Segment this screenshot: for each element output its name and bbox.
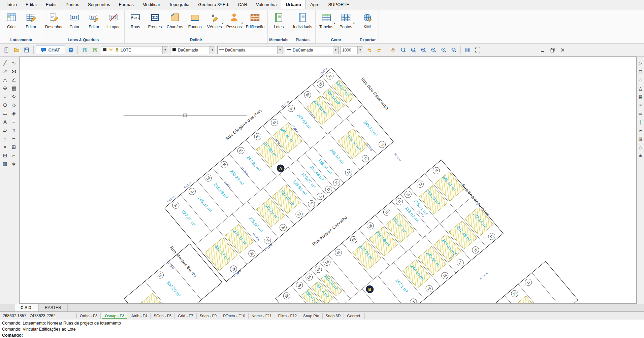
command-area[interactable]: Comando: Loteamento: Nomear Ruas de proj… <box>0 320 644 338</box>
linetype-combo[interactable]: DaCamada▼ <box>217 46 283 54</box>
tool-diamond-icon[interactable]: ◇ <box>9 101 18 109</box>
status-toggle-atrib-f4[interactable]: Atrib - F4 <box>128 313 151 319</box>
menu-tab-volumetria[interactable]: Volumetria <box>252 0 281 9</box>
undo-button[interactable] <box>364 45 374 55</box>
layer-manager[interactable] <box>80 45 89 55</box>
status-toggle-georref[interactable]: Georref. <box>344 313 364 319</box>
right-tool-triangle-icon[interactable]: △ <box>638 85 644 91</box>
zoom-window[interactable] <box>409 45 418 55</box>
tool-trim-icon[interactable]: ⊟ <box>1 151 9 160</box>
window-close[interactable] <box>558 45 567 55</box>
chevron-down-icon[interactable]: ▼ <box>241 22 244 25</box>
ribbon-button-criar[interactable]: Criar <box>2 11 21 34</box>
menu-tab-in-cio[interactable]: Início <box>2 0 21 9</box>
menu-tab-car[interactable]: CAR <box>234 0 252 9</box>
lineweight-combo[interactable]: DaCamada▼ <box>285 46 339 54</box>
scale-combo[interactable]: 1000▼ <box>341 46 363 54</box>
pan-button[interactable] <box>388 45 398 55</box>
tab-raster[interactable]: RASTER <box>39 304 68 311</box>
new-file[interactable] <box>2 45 11 55</box>
tool-hatch-icon[interactable]: ▨ <box>1 160 9 168</box>
tool-list-icon[interactable]: ≡ <box>9 117 18 126</box>
ribbon-button-pessoas[interactable]: Pessoas▼ <box>225 11 244 34</box>
tool-angle-icon[interactable]: ∠ <box>9 75 18 84</box>
menu-tab-topografia[interactable]: Topografia <box>165 0 194 9</box>
save-file[interactable] <box>22 45 31 55</box>
ribbon-button-edifica-o[interactable]: Edificação <box>244 11 266 34</box>
right-tool-diamond-icon[interactable]: ◇ <box>638 144 644 150</box>
menu-tab-pontos[interactable]: Pontos <box>61 0 84 9</box>
zoom-out[interactable] <box>429 45 438 55</box>
menu-tab-segmentos[interactable]: Segmentos <box>84 0 115 9</box>
redo-button[interactable] <box>375 45 384 55</box>
ribbon-button-lotes[interactable]: Lotes <box>269 11 288 34</box>
tab-cad[interactable]: CAD <box>14 304 39 311</box>
right-tool-rect-icon[interactable]: ▭ <box>638 110 644 116</box>
status-toggle-osnap-f3[interactable]: Osnap - F3 <box>102 313 127 319</box>
tool-table-icon[interactable]: ⊞ <box>9 143 18 151</box>
ribbon-button-kml[interactable]: KML <box>358 11 377 34</box>
zoom-extents[interactable] <box>439 45 448 55</box>
ribbon-button-frentes[interactable]: 312Frentes <box>146 11 164 34</box>
tool-corner-icon[interactable]: ⌐ <box>9 151 18 160</box>
chevron-down-icon[interactable]: ▼ <box>333 46 338 54</box>
layer-combo[interactable]: LOTE▼ <box>101 46 168 54</box>
command-prompt[interactable]: Comando: <box>0 332 644 338</box>
zoom-in[interactable] <box>419 45 428 55</box>
status-toggle-nome-f11[interactable]: Nome - F11 <box>249 313 275 319</box>
tool-circle-icon[interactable]: ○ <box>1 92 9 101</box>
right-tool-star-icon[interactable]: ∗ <box>638 153 644 159</box>
tool-text-icon[interactable]: A <box>1 117 9 126</box>
color-combo[interactable]: DaCamada▼ <box>170 46 215 54</box>
fullscreen-button[interactable] <box>473 45 482 55</box>
open-file[interactable] <box>12 45 21 55</box>
menu-tab-suporte[interactable]: SUPORTE <box>324 0 354 9</box>
ribbon-button-pontos[interactable]: Pontos▼ <box>336 11 355 34</box>
status-toggle-snap-3d[interactable]: Snap 3D <box>323 313 344 319</box>
tool-rectangle-icon[interactable]: ▭ <box>1 109 9 117</box>
tool-array-icon[interactable]: ▦ <box>9 84 18 92</box>
zoom-all[interactable] <box>449 45 458 55</box>
status-toggle-snap-f9[interactable]: Snap - F9 <box>197 313 220 319</box>
right-tool-hatch-icon[interactable]: ▨ <box>638 136 644 142</box>
tool-hatch-region-icon[interactable]: ◈ <box>9 109 18 117</box>
tool-parallelogram-icon[interactable]: ▱ <box>1 126 9 134</box>
chevron-down-icon[interactable]: ▼ <box>333 22 336 25</box>
right-tool-parallel-icon[interactable]: ∥ <box>638 119 644 125</box>
zoom-realtime[interactable] <box>398 45 408 55</box>
window-minimize[interactable] <box>538 45 547 55</box>
drawing-canvas[interactable]: 227.32 m²01245.32 m²02216.63 m²03250.29 … <box>20 57 637 304</box>
tool-donut-icon[interactable]: ⊙ <box>1 101 9 109</box>
right-tool-wave-icon[interactable]: ≈ <box>638 102 644 108</box>
status-toggle-grid-f7[interactable]: Grid - F7 <box>175 313 196 319</box>
chevron-down-icon[interactable]: ▼ <box>353 22 355 25</box>
chevron-down-icon[interactable]: ▼ <box>162 46 168 54</box>
menu-tab-agro[interactable]: Agro <box>306 0 324 9</box>
menu-tab-urbano[interactable]: Urbano <box>281 0 306 9</box>
tool-line-icon[interactable]: ╱ <box>1 59 9 67</box>
window-restore[interactable] <box>548 45 557 55</box>
status-toggle-snap-pto[interactable]: Snap Pto <box>300 313 322 319</box>
status-toggle-filtro-f12[interactable]: Filtro - F12 <box>275 313 300 319</box>
ribbon-button-desenhar[interactable]: Desenhar <box>43 11 64 34</box>
tool-polygon-icon[interactable]: ⌂ <box>1 134 9 143</box>
chevron-down-icon[interactable]: ▼ <box>210 46 215 54</box>
tool-erase-icon[interactable]: × <box>1 143 9 151</box>
ribbon-button-fundos[interactable]: Fundos <box>186 11 204 34</box>
ribbon-button-cotar[interactable]: 123Cotar <box>65 11 84 34</box>
right-tool-corner-icon[interactable]: ⌐ <box>638 127 644 133</box>
tool-star-icon[interactable]: ∗ <box>9 160 18 168</box>
chevron-down-icon[interactable]: ▼ <box>357 46 363 54</box>
tool-mirror-icon[interactable]: ⋈ <box>9 67 18 75</box>
tool-measure-icon[interactable]: ⌗ <box>9 126 18 134</box>
tool-triangle-icon[interactable]: △ <box>1 75 9 84</box>
ribbon-button-individuais[interactable]: Individuais <box>291 11 314 34</box>
ribbon-button-chanfros[interactable]: Chanfros <box>165 11 185 34</box>
ribbon-button-editar[interactable]: 123Editar <box>85 11 103 34</box>
tool-offset-icon[interactable]: ↗ <box>1 67 9 75</box>
layer-states[interactable] <box>90 45 99 55</box>
menu-tab-editar[interactable]: Editar <box>21 0 41 9</box>
status-toggle-ortho-f8[interactable]: Ortho - F8 <box>77 313 101 319</box>
tool-dashed-line-icon[interactable]: ╍ <box>9 134 18 143</box>
menu-tab-exibir[interactable]: Exibir <box>41 0 61 9</box>
